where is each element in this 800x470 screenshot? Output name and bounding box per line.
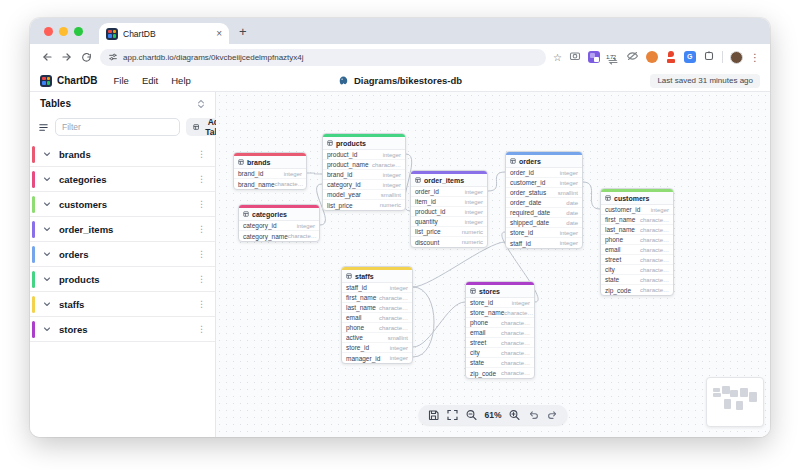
save-icon[interactable] [427,409,439,421]
table-node-order_items[interactable]: order_itemsorder_idintegeritem_idinteger… [410,170,488,248]
chevron-down-icon[interactable] [43,225,51,233]
field-row: product_idinteger [411,207,487,217]
field-row: phonecharacte… [601,235,673,245]
field-type: characte… [640,257,669,263]
app-header: ChartDB FileEditHelp Diagrams/bikestores… [30,70,770,92]
field-name: order_id [415,188,439,195]
redo-icon[interactable] [547,409,559,421]
extension-badge: 1.72 [606,54,616,60]
sidebar-item-order_items[interactable]: order_items⋮ [30,217,215,242]
table-node-categories[interactable]: categoriescategory_idintegercategory_nam… [238,204,320,242]
new-tab-button[interactable]: + [239,24,247,39]
table-name: orders [519,158,541,165]
zoom-level[interactable]: 61% [484,410,501,420]
sidebar-item-products[interactable]: products⋮ [30,267,215,292]
field-row: brand_idinteger [323,170,405,180]
diagram-canvas[interactable]: brandsbrand_idintegerbrand_namecharacte…… [216,92,770,437]
chevron-down-icon[interactable] [43,175,51,183]
red-extension-icon[interactable] [665,51,677,63]
field-type: integer [560,180,578,186]
item-menu-icon[interactable]: ⋮ [197,325,206,334]
table-node-products[interactable]: productsproduct_idintegerproduct_namecha… [322,133,406,211]
chevrons-up-down-icon[interactable] [197,95,205,113]
site-settings-icon[interactable] [108,48,118,66]
chevron-down-icon[interactable] [43,325,51,333]
purple-extension-icon[interactable] [588,51,600,63]
field-name: phone [346,324,364,331]
address-bar[interactable]: app.chartdb.io/diagrams/0kvcbeiijcedelmp… [100,49,546,66]
sidebar-item-label: customers [59,199,107,210]
field-type: characte… [501,340,530,346]
orange-extension-icon[interactable] [646,51,658,63]
minimap-table [749,392,756,403]
table-node-stores[interactable]: storesstore_idintegerstore_namecharacte…… [465,281,535,379]
browser-menu-icon[interactable]: ⋮ [750,52,760,63]
converter-extension-icon[interactable]: 1.72 [607,51,619,63]
sidebar-item-stores[interactable]: stores⋮ [30,317,215,342]
field-row: citycharacte… [466,348,534,358]
item-menu-icon[interactable]: ⋮ [197,175,206,184]
profile-avatar[interactable] [730,51,743,64]
filter-input[interactable] [55,118,180,136]
bookmark-star-icon[interactable]: ☆ [553,52,562,63]
menu-item-help[interactable]: Help [171,75,191,86]
undo-icon[interactable] [528,409,540,421]
table-node-customers[interactable]: customerscustomer_idintegerfirst_namecha… [600,188,674,296]
field-name: manager_id [346,355,380,362]
chevron-down-icon[interactable] [43,150,51,158]
menu-item-file[interactable]: File [114,75,129,86]
list-view-icon[interactable] [38,119,49,135]
field-row: store_idinteger [466,298,534,308]
zoom-in-icon[interactable] [509,409,521,421]
sidebar-item-staffs[interactable]: staffs⋮ [30,292,215,317]
extensions-puzzle-icon[interactable] [703,48,715,66]
back-icon[interactable] [40,51,53,64]
sidebar-item-orders[interactable]: orders⋮ [30,242,215,267]
fit-view-icon[interactable] [446,409,458,421]
relationship-edge [488,172,505,191]
zoom-out-icon[interactable] [465,409,477,421]
item-menu-icon[interactable]: ⋮ [197,150,206,159]
field-type: numeric [462,229,483,235]
field-name: product_id [327,151,357,158]
field-type: numeric [380,202,401,208]
chevron-down-icon[interactable] [43,300,51,308]
item-menu-icon[interactable]: ⋮ [197,275,206,284]
minimize-window-button[interactable] [59,27,68,36]
sidebar-item-customers[interactable]: customers⋮ [30,192,215,217]
forward-icon[interactable] [60,51,73,64]
field-name: category_name [243,233,288,240]
breadcrumb[interactable]: Diagrams/bikestores-db [338,75,462,86]
browser-tab[interactable]: ChartDB × [99,23,229,44]
zoom-window-button[interactable] [74,27,83,36]
relationship-edge [307,173,322,174]
translate-extension-icon[interactable]: G [684,51,696,63]
chevron-down-icon[interactable] [43,275,51,283]
field-row: staff_idinteger [342,283,412,293]
item-menu-icon[interactable]: ⋮ [197,225,206,234]
tab-close-icon[interactable]: × [216,28,222,39]
menu-item-edit[interactable]: Edit [142,75,158,86]
field-row: zip_codecharacte… [601,285,673,295]
field-row: first_namecharacte… [342,293,412,303]
field-name: quantity [415,218,438,225]
chevron-down-icon[interactable] [43,250,51,258]
table-node-brands[interactable]: brandsbrand_idintegerbrand_namecharacte… [233,152,307,190]
hide-eye-extension-icon[interactable] [626,48,639,66]
field-row: quantityinteger [411,217,487,227]
item-menu-icon[interactable]: ⋮ [197,250,206,259]
chevron-down-icon[interactable] [43,200,51,208]
chartdb-brand: ChartDB [40,75,98,87]
postgresql-icon [338,75,349,86]
close-window-button[interactable] [44,27,53,36]
refresh-icon[interactable] [80,51,93,64]
camera-extension-icon[interactable] [569,48,581,66]
field-type: numeric [462,239,483,245]
sidebar-item-brands[interactable]: brands⋮ [30,142,215,167]
minimap-table [713,388,720,392]
sidebar-item-categories[interactable]: categories⋮ [30,167,215,192]
table-node-orders[interactable]: ordersorder_idintegercustomer_idintegero… [505,151,583,249]
item-menu-icon[interactable]: ⋮ [197,300,206,309]
item-menu-icon[interactable]: ⋮ [197,200,206,209]
table-node-staffs[interactable]: staffsstaff_idintegerfirst_namecharacte…… [341,266,413,364]
